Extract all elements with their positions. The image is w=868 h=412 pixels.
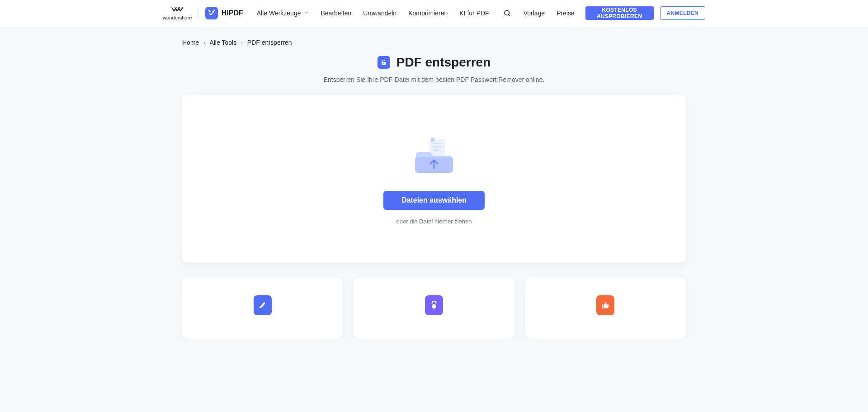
wondershare-text: wondershare (163, 15, 192, 20)
brand-block: wondershare HiPDF (163, 6, 243, 20)
page-title: PDF entsperren (396, 55, 491, 70)
pencil-icon (254, 295, 272, 315)
feature-card-3 (525, 277, 686, 339)
hero-title-row: PDF entsperren (182, 55, 686, 70)
breadcrumb-home[interactable]: Home (182, 39, 199, 46)
nav-all-tools-label: Alle Werkzeuge (257, 9, 301, 17)
header-inner: wondershare HiPDF Alle Werkzeuge (163, 6, 705, 20)
upload-card[interactable]: Dateien auswählen oder die Datei hierher… (182, 95, 686, 263)
hipdf-logo[interactable]: HiPDF (205, 7, 243, 19)
hero: PDF entsperren Entsperren Sie Ihre PDF-D… (182, 55, 686, 83)
try-free-button[interactable]: KOSTENLOS AUSPROBIEREN (585, 6, 654, 20)
svg-rect-5 (432, 146, 442, 147)
breadcrumb: Home › Alle Tools › PDF entsperren (182, 26, 686, 52)
nav-ai-pdf[interactable]: KI für PDF (459, 9, 489, 17)
header-actions: KOSTENLOS AUSPROBIEREN ANMELDEN (585, 6, 705, 20)
search-icon[interactable] (503, 9, 512, 18)
hipdf-icon (205, 7, 218, 19)
svg-rect-6 (432, 149, 439, 151)
svg-rect-4 (432, 143, 442, 144)
page-subtitle: Entsperren Sie Ihre PDF-Datei mit dem be… (182, 76, 686, 83)
feature-card-2 (354, 277, 514, 339)
medal-icon (425, 295, 443, 315)
breadcrumb-all-tools[interactable]: Alle Tools (209, 39, 236, 46)
nav-pricing[interactable]: Preise (557, 9, 575, 17)
hipdf-text: HiPDF (222, 9, 243, 17)
nav-compress[interactable]: Komprimieren (408, 9, 448, 17)
feature-card-1 (182, 277, 343, 339)
login-button[interactable]: ANMELDEN (660, 6, 705, 20)
nav-edit[interactable]: Bearbeiten (321, 9, 352, 17)
wondershare-logo[interactable]: wondershare (163, 6, 192, 20)
drag-hint: oder die Datei hierher ziehen (200, 218, 668, 225)
nav-convert[interactable]: Umwandeln (363, 9, 396, 17)
feature-cards (182, 277, 686, 339)
site-header: wondershare HiPDF Alle Werkzeuge (0, 0, 868, 26)
page-container: Home › Alle Tools › PDF entsperren PDF e… (173, 26, 695, 339)
brand-divider (198, 6, 199, 20)
unlock-icon (377, 56, 390, 69)
nav-template[interactable]: Vorlage (524, 9, 545, 17)
chevron-down-icon (304, 9, 309, 17)
thumbs-up-icon (596, 295, 614, 315)
svg-point-2 (383, 63, 384, 64)
main-nav: Alle Werkzeuge Bearbeiten Umwandeln Komp… (257, 9, 575, 18)
wondershare-icon (171, 6, 184, 14)
upload-illustration (200, 136, 668, 177)
breadcrumb-sep-icon: › (203, 40, 205, 46)
breadcrumb-sep-icon: › (241, 40, 243, 46)
select-files-button[interactable]: Dateien auswählen (383, 191, 485, 210)
nav-all-tools[interactable]: Alle Werkzeuge (257, 9, 309, 17)
svg-rect-7 (431, 137, 434, 142)
breadcrumb-current: PDF entsperren (247, 39, 292, 46)
svg-point-8 (432, 304, 436, 309)
